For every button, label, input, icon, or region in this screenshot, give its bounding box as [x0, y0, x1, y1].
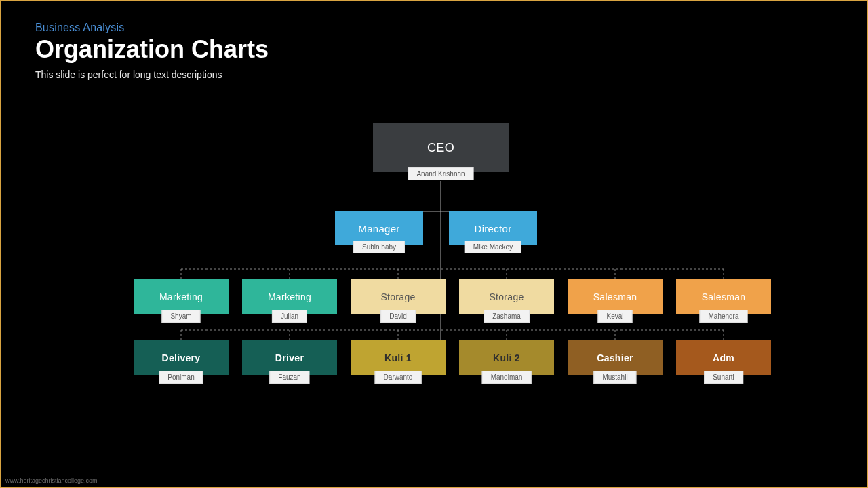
name-plate: Shyam [161, 310, 200, 323]
node-marketing-2: Marketing Julian [242, 279, 337, 314]
node-kuli-2: Kuli 2 Manoiman [459, 340, 554, 375]
node-manager: Manager Subin baby [335, 211, 423, 245]
node-kuli-1: Kuli 1 Darwanto [351, 340, 446, 375]
name-plate: Keval [597, 310, 632, 323]
name-plate: Sunarti [704, 371, 743, 384]
connector-lines [1, 1, 867, 487]
node-adm: Adm Sunarti [676, 340, 771, 375]
node-storage-1: Storage David [351, 279, 446, 314]
name-plate: Darwanto [375, 371, 422, 384]
name-plate: Julian [272, 310, 307, 323]
name-plate: Mike Mackey [465, 241, 521, 253]
node-delivery: Delivery Poniman [134, 340, 229, 375]
name-plate: Mahendra [699, 310, 747, 323]
node-salesman-1: Salesman Keval [568, 279, 663, 314]
node-salesman-2: Salesman Mahendra [676, 279, 771, 314]
name-plate: David [380, 310, 416, 323]
node-ceo: CEO Anand Krishnan [373, 123, 509, 172]
name-plate: Mustahil [593, 371, 636, 384]
role-label: CEO [373, 123, 509, 172]
name-plate: Poniman [159, 371, 203, 384]
name-plate: Zashama [484, 310, 530, 323]
name-plate: Subin baby [353, 241, 405, 253]
name-plate: Manoiman [482, 371, 532, 384]
node-cashier: Cashier Mustahil [568, 340, 663, 375]
node-storage-2: Storage Zashama [459, 279, 554, 314]
watermark-text: www.heritagechristiancollege.com [5, 477, 98, 484]
node-marketing-1: Marketing Shyam [134, 279, 229, 314]
org-chart-canvas: CEO Anand Krishnan Manager Subin baby Di… [1, 1, 867, 487]
node-director: Director Mike Mackey [449, 211, 537, 245]
name-plate: Anand Krishnan [408, 167, 473, 180]
name-plate: Fauzan [269, 371, 309, 384]
node-driver: Driver Fauzan [242, 340, 337, 375]
